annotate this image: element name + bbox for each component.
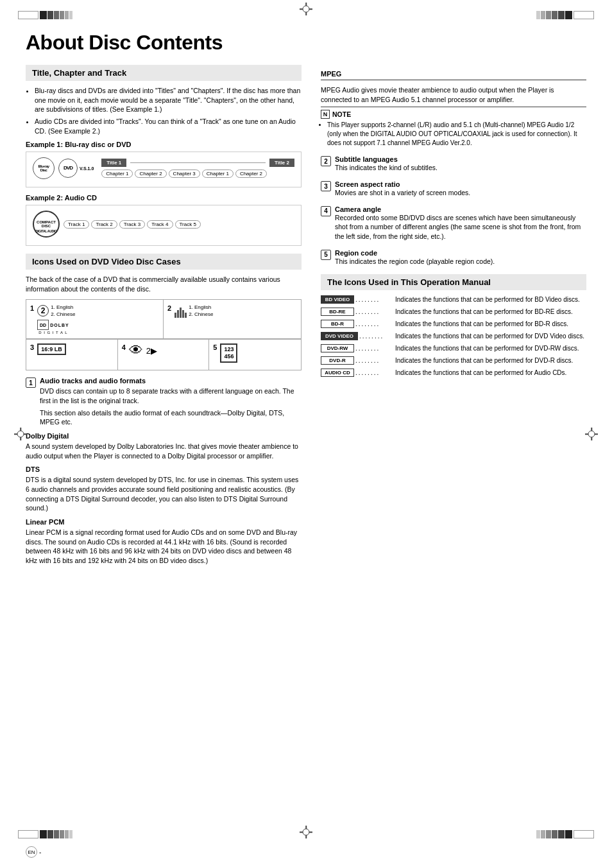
linear-pcm-body: Linear PCM is a signal recording format … — [26, 528, 302, 566]
cell3-ratio: 16:9 LB — [37, 343, 66, 355]
section-title-chapter-track: Title, Chapter and Track — [26, 65, 302, 81]
section2-body: The back of the case of a DVD that is co… — [26, 275, 302, 293]
dvd-icon: DVD — [58, 159, 78, 178]
page-title: About Disc Contents — [26, 31, 586, 55]
audio-cd-dots: ........ — [355, 369, 380, 376]
audio-tracks-body2: This section also details the audio form… — [40, 408, 302, 427]
en-badge: EN — [26, 846, 37, 858]
title2-box: Title 2 — [269, 159, 294, 167]
num-badge-1: 1 — [26, 378, 36, 388]
bd-re-desc: Indicates the functions that can be perf… — [395, 308, 573, 317]
icon-cell-1: 1 2 1. English 2. Chinese — [26, 300, 164, 338]
mpeg-title: MPEG — [321, 70, 586, 78]
section1-bullets: Blu-ray discs and DVDs are divided into … — [26, 86, 302, 135]
cell2-line1: 1. English — [189, 304, 213, 311]
audio-tracks-title: Audio tracks and audio formats — [40, 377, 302, 385]
icon-cell-2: 2 1. Eng — [164, 300, 301, 338]
footer-dash: - — [39, 849, 41, 856]
track1: Track 1 — [64, 220, 89, 229]
dvd-rw-dots: ........ — [355, 345, 380, 352]
icon-row-bd-video: BD VIDEO ........ Indicates the function… — [321, 295, 586, 304]
dolby-digital-title: Dolby Digital — [26, 432, 302, 440]
camera-angle-body: Recorded onto some BD/DVD discs are scen… — [335, 213, 586, 241]
region-code-section: 5 Region code This indicates the region … — [321, 249, 586, 266]
cell1-line2: 2. Chinese — [51, 311, 75, 318]
section1-title: Title, Chapter and Track — [32, 68, 295, 78]
mpeg-body: MPEG Audio gives movie theater ambience … — [321, 85, 586, 104]
track2: Track 2 — [91, 220, 117, 229]
op-manual-icons-list: BD VIDEO ........ Indicates the function… — [321, 295, 586, 378]
bd-r-dots: ........ — [355, 320, 380, 327]
subtitle-body: This indicates the kind of subtitles. — [335, 163, 438, 173]
bd-video-dots: ........ — [355, 296, 380, 303]
audio-tracks-section: 1 Audio tracks and audio formats DVD dis… — [26, 377, 302, 566]
note-bullet-1: This Player supports 2-channel (L/R) aud… — [327, 121, 586, 148]
icon-row-bd-re: BD-RE ........ Indicates the functions t… — [321, 308, 586, 317]
audio-cd-label: AUDIO CD — [321, 369, 354, 377]
audio-cd-desc: Indicates the functions that can be perf… — [395, 369, 566, 378]
section2-title: Icons Used on DVD Video Disc Cases — [32, 257, 295, 266]
bullet-1: Blu-ray discs and DVDs are divided into … — [35, 86, 302, 114]
dvd-r-desc: Indicates the functions that can be perf… — [395, 356, 573, 365]
icon-cell-5: 5 123 456 — [209, 339, 301, 370]
top-right-decoration — [536, 11, 594, 19]
num-badge-4: 4 — [321, 206, 331, 216]
page-footer: EN - — [26, 846, 41, 858]
right-side-crosshair — [585, 428, 598, 440]
mpeg-section: MPEG MPEG Audio gives movie theater ambi… — [321, 70, 586, 148]
note-symbol: N — [321, 110, 330, 119]
bluray-disc-icon: Blu-ray Disc — [33, 157, 55, 179]
bd-video-desc: Indicates the functions that can be perf… — [395, 295, 580, 304]
camera-angle-section: 4 Camera angle Recorded onto some BD/DVD… — [321, 205, 586, 241]
screen-aspect-body: Movies are shot in a variety of screen m… — [335, 188, 470, 198]
screen-aspect-section: 3 Screen aspect ratio Movies are shot in… — [321, 180, 586, 198]
top-left-decoration — [18, 11, 72, 19]
screen-aspect-title: Screen aspect ratio — [335, 180, 470, 188]
note-label: NOTE — [332, 110, 351, 118]
bottom-right-deco — [536, 830, 594, 838]
icon-cell-3: 3 16:9 LB — [26, 339, 118, 370]
subtitle-title: Subtitle languages — [335, 155, 438, 163]
num-badge-2: 2 — [321, 156, 331, 166]
dolby-digital-body: A sound system developed by Dolby Labora… — [26, 442, 302, 460]
dvd-rw-label: DVD-RW — [321, 344, 354, 352]
audio-tracks-body: DVD discs can contain up to 8 separate t… — [40, 386, 302, 405]
region-code-title: Region code — [335, 249, 495, 257]
chapter4: Chapter 1 — [202, 169, 234, 178]
icon-row-audio-cd: AUDIO CD ........ Indicates the function… — [321, 369, 586, 378]
title1-box: Title 1 — [101, 159, 126, 167]
chapter3: Chapter 3 — [169, 169, 200, 178]
track4: Track 4 — [147, 220, 173, 229]
icon-row-bd-r: BD-R ........ Indicates the functions th… — [321, 320, 586, 329]
icon-cell-4: 4 👁 2▶ — [118, 339, 210, 370]
example2-label: Example 2: Audio CD — [26, 194, 302, 202]
dvd-rw-desc: Indicates the functions that can be perf… — [395, 344, 579, 353]
op-manual-title: The Icons Used in This Operation Manual — [327, 277, 580, 287]
chapter5: Chapter 2 — [235, 169, 267, 178]
mpeg-rule — [321, 80, 586, 80]
bd-r-desc: Indicates the functions that can be perf… — [395, 320, 568, 329]
bd-video-label: BD VIDEO — [321, 295, 354, 304]
op-manual-section-header: The Icons Used in This Operation Manual — [321, 274, 586, 290]
example1-diagram: Blu-ray Disc DVD V.S.1.0 — [26, 152, 302, 187]
dvd-r-dots: ........ — [355, 357, 380, 364]
dts-title: DTS — [26, 465, 302, 473]
section-dvd-icons: Icons Used on DVD Video Disc Cases — [26, 254, 302, 270]
num-badge-5: 5 — [321, 250, 331, 260]
note-bullet-list: This Player supports 2-channel (L/R) aud… — [321, 121, 586, 148]
bd-r-label: BD-R — [321, 320, 354, 328]
bd-re-label: BD-RE — [321, 308, 354, 316]
chapter2: Chapter 2 — [135, 169, 166, 178]
chapter1: Chapter 1 — [101, 169, 133, 178]
subtitle-section: 2 Subtitle languages This indicates the … — [321, 155, 586, 173]
icon-row-dvd-video: DVD VIDEO ........ Indicates the functio… — [321, 332, 586, 341]
left-side-crosshair — [14, 428, 27, 440]
bullet-2: Audio CDs are divided into "Tracks". You… — [35, 117, 302, 135]
icon-row-dvd-r: DVD-R ........ Indicates the functions t… — [321, 356, 586, 365]
dvd-video-desc: Indicates the functions that can be perf… — [395, 332, 584, 341]
cell1-line1: 1. English — [51, 304, 75, 311]
mpeg-note: N NOTE This Player supports 2-channel (L… — [321, 107, 586, 148]
bottom-center-crosshair — [300, 826, 312, 838]
example1-label: Example 1: Blu-ray disc or DVD — [26, 141, 302, 148]
num-badge-3: 3 — [321, 181, 331, 191]
